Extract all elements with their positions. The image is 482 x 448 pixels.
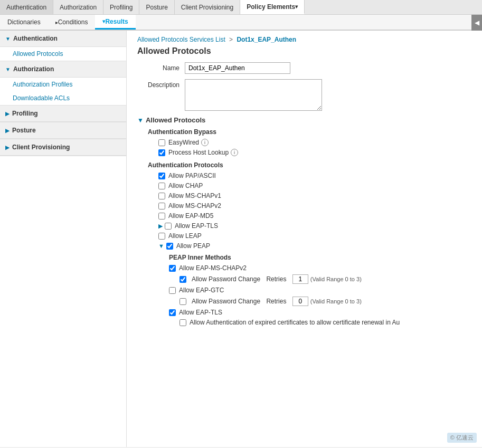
subnav-conditions[interactable]: Conditions bbox=[48, 15, 96, 30]
checkbox-allow-eap-tls-peap: Allow EAP-TLS bbox=[148, 309, 471, 316]
sidebar-item-allowed-protocols[interactable]: Allowed Protocols bbox=[0, 47, 126, 61]
process-host-lookup-label: Process Host Lookup bbox=[168, 149, 229, 156]
allow-peap-checkbox[interactable] bbox=[166, 243, 173, 250]
auth-protocols-title: Authentication Protocols bbox=[148, 161, 471, 169]
allowed-protocols-section-title: Allowed Protocols bbox=[146, 116, 205, 124]
tab-client-provisioning[interactable]: Client Provisioning bbox=[175, 0, 240, 14]
allow-eap-gtc-label: Allow EAP-GTC bbox=[179, 287, 224, 294]
form-name-label: Name bbox=[137, 62, 185, 72]
sub-nav-collapse-button[interactable]: ◀ bbox=[471, 15, 482, 31]
tab-policy-elements[interactable]: Policy Elements bbox=[240, 0, 305, 14]
checkbox-allow-eap-ms-chapv2: Allow EAP-MS-CHAPv2 bbox=[148, 264, 471, 272]
checkbox-allow-pap-ascii: Allow PAP/ASCII bbox=[148, 172, 471, 179]
allow-expired-cert-checkbox[interactable] bbox=[179, 319, 186, 326]
breadcrumb-parent[interactable]: Allowed Protocols Services List bbox=[137, 36, 225, 43]
form-description-label: Description bbox=[137, 79, 185, 89]
page-title: Allowed Protocols bbox=[137, 46, 471, 56]
allow-pwd-change-gtc-checkbox[interactable] bbox=[179, 298, 186, 305]
posture-collapse-arrow bbox=[5, 128, 10, 134]
allow-ms-chapv2-checkbox[interactable] bbox=[158, 203, 165, 209]
sidebar-item-auth-profiles[interactable]: Authorization Profiles bbox=[0, 78, 126, 91]
allow-leap-checkbox[interactable] bbox=[158, 233, 165, 240]
tab-authorization[interactable]: Authorization bbox=[53, 0, 103, 14]
profiling-collapse-arrow bbox=[5, 111, 10, 117]
allow-pap-ascii-checkbox[interactable] bbox=[158, 173, 165, 179]
form-description-row: Description bbox=[137, 79, 471, 111]
allow-eap-ms-chapv2-checkbox[interactable] bbox=[169, 265, 176, 272]
tab-posture[interactable]: Posture bbox=[139, 0, 174, 14]
retries-ms-input[interactable] bbox=[292, 274, 308, 284]
sidebar: Authentication Allowed Protocols Authori… bbox=[0, 31, 127, 447]
easy-wired-label: EasyWired bbox=[168, 139, 199, 146]
process-host-lookup-info-icon: i bbox=[231, 149, 238, 156]
checkbox-allow-ms-chapv1: Allow MS-CHAPv1 bbox=[148, 192, 471, 199]
tab-profiling[interactable]: Profiling bbox=[103, 0, 139, 14]
allow-eap-ms-chapv2-label: Allow EAP-MS-CHAPv2 bbox=[179, 264, 247, 272]
sidebar-section-header-profiling[interactable]: Profiling bbox=[0, 106, 126, 122]
checkbox-allow-eap-tls: ▶ Allow EAP-TLS bbox=[148, 222, 471, 230]
description-textarea[interactable] bbox=[185, 79, 322, 111]
checkbox-easy-wired: EasyWired i bbox=[148, 139, 471, 146]
checkbox-allow-eap-md5: Allow EAP-MD5 bbox=[148, 212, 471, 220]
peap-inner-title: PEAP Inner Methods bbox=[148, 254, 471, 261]
sidebar-section-client-provisioning: Client Provisioning bbox=[0, 139, 126, 156]
allow-ms-chapv1-checkbox[interactable] bbox=[158, 193, 165, 199]
allow-eap-gtc-checkbox[interactable] bbox=[169, 287, 176, 294]
allow-pwd-change-gtc-row: Allow Password Change Retries (Valid Ran… bbox=[148, 297, 471, 306]
tab-authentication[interactable]: Authentication bbox=[0, 0, 53, 14]
allow-chap-checkbox[interactable] bbox=[158, 183, 165, 189]
sidebar-section-profiling: Profiling bbox=[0, 106, 126, 122]
eap-tls-expand-arrow[interactable]: ▶ bbox=[158, 223, 163, 230]
sidebar-section-header-client-provisioning[interactable]: Client Provisioning bbox=[0, 139, 126, 156]
allow-eap-tls-peap-checkbox[interactable] bbox=[169, 309, 176, 316]
checkbox-allow-leap: Allow LEAP bbox=[148, 232, 471, 240]
allow-expired-cert-label: Allow Authentication of expired certific… bbox=[190, 319, 400, 326]
checkbox-allow-peap: ▼ Allow PEAP bbox=[148, 242, 471, 250]
peap-expand-arrow[interactable]: ▼ bbox=[158, 243, 164, 249]
breadcrumb: Allowed Protocols Services List > Dot1x_… bbox=[137, 36, 471, 43]
retries-gtc-input[interactable] bbox=[292, 297, 308, 306]
sidebar-section-authentication: Authentication Allowed Protocols bbox=[0, 31, 126, 61]
sidebar-item-downloadable-acls[interactable]: Downloadable ACLs bbox=[0, 91, 126, 105]
sidebar-section-header-authentication[interactable]: Authentication bbox=[0, 31, 126, 47]
checkbox-allow-eap-gtc: Allow EAP-GTC bbox=[148, 287, 471, 294]
process-host-lookup-checkbox[interactable] bbox=[158, 149, 165, 156]
sidebar-section-label-authorization: Authorization bbox=[13, 65, 54, 73]
sidebar-section-label-authentication: Authentication bbox=[13, 35, 58, 42]
sidebar-section-label-posture: Posture bbox=[12, 127, 36, 134]
allow-expired-cert-row: Allow Authentication of expired certific… bbox=[148, 319, 471, 326]
allow-pwd-change-ms-label: Allow Password Change bbox=[192, 275, 260, 283]
allow-pwd-change-ms-checkbox[interactable] bbox=[179, 276, 186, 283]
allow-peap-label: Allow PEAP bbox=[176, 242, 210, 250]
easy-wired-checkbox[interactable] bbox=[158, 139, 165, 146]
checkbox-allow-ms-chapv2: Allow MS-CHAPv2 bbox=[148, 202, 471, 209]
breadcrumb-current: Dot1x_EAP_Authen bbox=[237, 36, 296, 43]
top-navigation: Authentication Authorization Profiling P… bbox=[0, 0, 482, 15]
sidebar-section-authorization: Authorization Authorization Profiles Dow… bbox=[0, 61, 126, 106]
allow-eap-tls-peap-label: Allow EAP-TLS bbox=[179, 309, 222, 316]
subnav-dictionaries[interactable]: Dictionaries bbox=[0, 15, 48, 30]
allow-pwd-change-ms-row: Allow Password Change Retries (Valid Ran… bbox=[148, 274, 471, 284]
sub-navigation: Dictionaries Conditions Results ◀ bbox=[0, 15, 482, 31]
allow-ms-chapv2-label: Allow MS-CHAPv2 bbox=[168, 202, 221, 209]
sidebar-section-label-client-provisioning: Client Provisioning bbox=[12, 144, 70, 151]
valid-range-ms: (Valid Range 0 to 3) bbox=[310, 276, 362, 282]
sidebar-section-label-profiling: Profiling bbox=[12, 110, 38, 117]
subnav-results[interactable]: Results bbox=[95, 15, 135, 30]
name-input[interactable] bbox=[185, 62, 290, 74]
checkbox-process-host-lookup: Process Host Lookup i bbox=[148, 149, 471, 156]
allow-eap-tls-checkbox[interactable] bbox=[165, 223, 172, 230]
allow-eap-tls-label: Allow EAP-TLS bbox=[175, 222, 218, 230]
retries-ms-label: Retries bbox=[266, 275, 286, 283]
client-provisioning-collapse-arrow bbox=[5, 145, 10, 150]
watermark: © 亿速云 bbox=[447, 433, 477, 443]
checkbox-allow-chap: Allow CHAP bbox=[148, 182, 471, 189]
authorization-collapse-arrow bbox=[5, 66, 11, 72]
allow-chap-label: Allow CHAP bbox=[168, 182, 203, 189]
retries-gtc-label: Retries bbox=[266, 298, 286, 305]
allow-eap-md5-checkbox[interactable] bbox=[158, 213, 165, 220]
allowed-protocols-triangle: ▼ bbox=[137, 117, 144, 124]
allowed-protocols-section-header[interactable]: ▼ Allowed Protocols bbox=[137, 116, 471, 124]
sidebar-section-header-posture[interactable]: Posture bbox=[0, 122, 126, 139]
sidebar-section-header-authorization[interactable]: Authorization bbox=[0, 61, 126, 78]
